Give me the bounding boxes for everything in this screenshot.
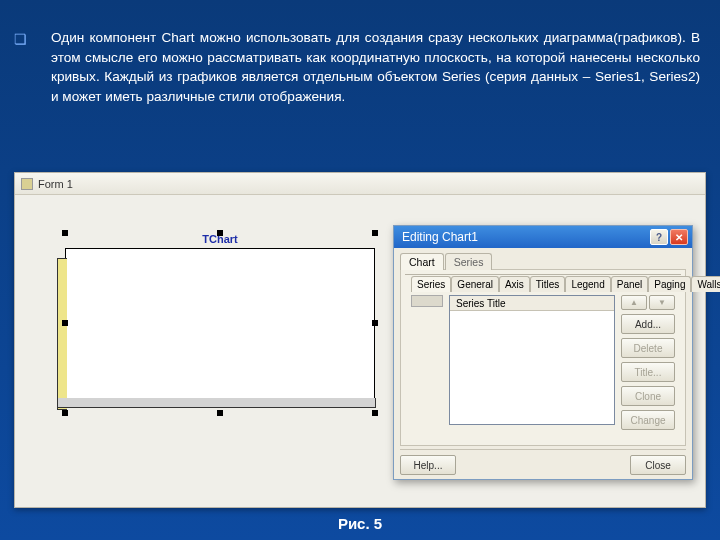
dialog-body: Chart Series Series General Axis Titles … xyxy=(394,248,692,479)
series-list[interactable]: Series Title xyxy=(449,295,615,425)
series-down-button[interactable]: ▼ xyxy=(649,295,675,310)
resize-handle[interactable] xyxy=(62,230,68,236)
dialog-title: Editing Chart1 xyxy=(402,230,478,244)
editing-chart-dialog: Editing Chart1 ? ✕ Chart Series Series G… xyxy=(393,225,693,480)
slide: ❏ Один компонент Chart можно использоват… xyxy=(0,0,720,540)
form-designer: Form 1 TChart Editing Chart1 xyxy=(14,172,706,508)
subtab-general[interactable]: General xyxy=(451,276,499,292)
dialog-bottom-bar: Help... Close xyxy=(400,449,686,473)
resize-handle[interactable] xyxy=(372,320,378,326)
series-buttons: ▲ ▼ Add... Delete Title... Clone Change xyxy=(621,295,675,441)
tabs-top: Chart Series xyxy=(394,248,692,269)
subtab-series[interactable]: Series xyxy=(411,276,451,292)
series-color-swatch[interactable] xyxy=(411,295,443,307)
dialog-titlebar[interactable]: Editing Chart1 ? ✕ xyxy=(394,226,692,248)
resize-handle[interactable] xyxy=(217,410,223,416)
help-button[interactable]: Help... xyxy=(400,455,456,475)
bullet-icon: ❏ xyxy=(14,29,27,107)
add-button[interactable]: Add... xyxy=(621,314,675,334)
tchart-component[interactable]: TChart xyxy=(65,233,375,413)
form-titlebar: Form 1 xyxy=(15,173,705,195)
subtab-paging[interactable]: Paging xyxy=(648,276,691,292)
series-up-button[interactable]: ▲ xyxy=(621,295,647,310)
series-area: Series Title ▲ ▼ Add... Delete Title... xyxy=(405,291,681,441)
tabs-sub: Series General Axis Titles Legend Panel … xyxy=(405,274,681,291)
help-icon[interactable]: ? xyxy=(650,229,668,245)
subtab-legend[interactable]: Legend xyxy=(565,276,610,292)
form-icon xyxy=(21,178,33,190)
delete-button[interactable]: Delete xyxy=(621,338,675,358)
resize-handle[interactable] xyxy=(217,230,223,236)
figure-caption: Рис. 5 xyxy=(0,515,720,532)
tab-series-top[interactable]: Series xyxy=(445,253,493,270)
series-swatch-col xyxy=(411,295,443,441)
close-button[interactable]: Close xyxy=(630,455,686,475)
resize-handle[interactable] xyxy=(372,230,378,236)
tab-chart[interactable]: Chart xyxy=(400,253,444,270)
tchart-plot-area xyxy=(65,248,375,400)
change-button[interactable]: Change xyxy=(621,410,675,430)
resize-handle[interactable] xyxy=(372,410,378,416)
subtab-axis[interactable]: Axis xyxy=(499,276,530,292)
bullet-text: Один компонент Chart можно использовать … xyxy=(51,28,700,107)
series-list-header: Series Title xyxy=(450,296,614,311)
form-title: Form 1 xyxy=(38,178,73,190)
resize-handle[interactable] xyxy=(62,410,68,416)
subtab-titles[interactable]: Titles xyxy=(530,276,566,292)
subtab-panel[interactable]: Panel xyxy=(611,276,649,292)
close-icon[interactable]: ✕ xyxy=(670,229,688,245)
title-button[interactable]: Title... xyxy=(621,362,675,382)
bullet-block: ❏ Один компонент Chart можно использоват… xyxy=(14,28,700,107)
form-canvas[interactable]: TChart Editing Chart1 ? ✕ xyxy=(15,195,705,507)
resize-handle[interactable] xyxy=(62,320,68,326)
sub-panel: Series General Axis Titles Legend Panel … xyxy=(400,269,686,446)
clone-button[interactable]: Clone xyxy=(621,386,675,406)
subtab-walls[interactable]: Walls xyxy=(691,276,720,292)
